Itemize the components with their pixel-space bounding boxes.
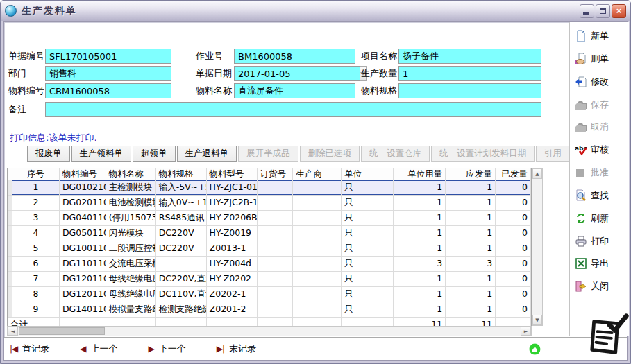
cell-model[interactable]: HY-Z0202: [207, 272, 258, 286]
material-spec-input[interactable]: [398, 83, 541, 98]
cell-manufacturer[interactable]: [293, 180, 342, 195]
cell-order-no[interactable]: [258, 302, 294, 317]
cell-issued-qty[interactable]: 0: [496, 287, 531, 302]
cell-unit[interactable]: 只: [342, 211, 394, 225]
last-record-button[interactable]: ▶|末记录: [217, 343, 256, 355]
cell-unit-usage[interactable]: 1: [394, 241, 446, 256]
scrap-order-button[interactable]: 报废单: [27, 146, 70, 162]
cell-manufacturer[interactable]: [293, 241, 342, 256]
sidebar-button-find[interactable]: 查找: [574, 187, 627, 205]
cell-spec[interactable]: RS485通讯，: [156, 211, 207, 225]
cell-material-name[interactable]: 母线绝缘电压: [106, 272, 156, 286]
cell-issued-qty[interactable]: 0: [496, 272, 531, 286]
cell-material-no[interactable]: DG1201100: [60, 272, 106, 286]
cell-manufacturer[interactable]: [293, 196, 342, 210]
cell-unit-usage[interactable]: 1: [394, 196, 446, 210]
doc-date-input[interactable]: [234, 66, 360, 81]
vertical-scrollbar[interactable]: ▲ ▼: [532, 168, 543, 326]
material-name-input[interactable]: [234, 83, 355, 98]
cell-manufacturer[interactable]: [293, 272, 342, 286]
cell-order-no[interactable]: [258, 241, 294, 256]
minimize-button[interactable]: [580, 4, 594, 18]
column-header-material-no[interactable]: 物料编号: [60, 168, 106, 180]
column-header-unit-usage[interactable]: 单位用量: [394, 168, 446, 180]
job-no-input[interactable]: [234, 49, 355, 64]
horizontal-scrollbar[interactable]: ◄ ►: [7, 326, 532, 336]
cell-due-qty[interactable]: 1: [446, 241, 496, 256]
cell-spec[interactable]: 输入-5V~+5V: [156, 180, 207, 195]
cell-due-qty[interactable]: 1: [446, 287, 496, 302]
cell-manufacturer[interactable]: [293, 211, 342, 225]
cell-order-no[interactable]: [258, 180, 294, 195]
cell-material-name[interactable]: 二段调压控制: [106, 241, 156, 256]
prod-qty-input[interactable]: [398, 66, 541, 81]
production-picking-button[interactable]: 生产领料单: [71, 146, 132, 162]
cell-model[interactable]: HY-ZJC2B-1: [207, 196, 258, 210]
close-button[interactable]: ×: [612, 4, 626, 18]
cell-order-no[interactable]: [258, 257, 294, 271]
cell-material-name[interactable]: 主检测模块: [106, 180, 156, 195]
department-input[interactable]: [45, 66, 171, 81]
column-header-issued-qty[interactable]: 已发量: [496, 168, 531, 180]
cell-material-name[interactable]: 闪光模块: [106, 226, 156, 241]
table-row[interactable]: 6DG1101100交流电压采样HY-Z004d只330: [8, 257, 531, 272]
cell-issued-qty[interactable]: 0: [496, 226, 531, 241]
cell-unit[interactable]: 只: [342, 287, 394, 302]
table-row[interactable]: 4DG0501100闪光模块DC220VHY-Z0019只110: [8, 226, 531, 241]
column-header-manufacturer[interactable]: 生产商: [293, 168, 342, 180]
cell-unit-usage[interactable]: 3: [394, 257, 446, 271]
cell-seq[interactable]: 2: [12, 196, 60, 210]
cell-due-qty[interactable]: 1: [446, 180, 496, 195]
column-header-model[interactable]: 物料型号: [207, 168, 258, 180]
table-row[interactable]: 2DG0201100电池检测模块输入0V~+16HY-ZJC2B-1只110: [8, 196, 531, 211]
cell-spec[interactable]: [156, 257, 207, 271]
column-header-material-name[interactable]: 物料名称: [106, 168, 156, 180]
cell-model[interactable]: HY-Z0019: [207, 226, 258, 241]
cell-model[interactable]: Z0202-1: [207, 287, 258, 302]
cell-issued-qty[interactable]: 0: [496, 196, 531, 210]
cell-unit[interactable]: 只: [342, 180, 394, 195]
cell-spec[interactable]: DC110V,直流: [156, 287, 207, 302]
cell-order-no[interactable]: [258, 196, 294, 210]
cell-unit-usage[interactable]: 1: [394, 272, 446, 286]
column-header-spec[interactable]: 物料规格: [156, 168, 207, 180]
cell-seq[interactable]: 6: [12, 257, 60, 271]
sidebar-button-export[interactable]: 导出: [574, 254, 627, 272]
cell-material-name[interactable]: 母线绝缘电压: [106, 287, 156, 302]
cell-manufacturer[interactable]: [293, 302, 342, 317]
cell-material-no[interactable]: DG0401100: [60, 211, 106, 225]
sidebar-button-delete-order[interactable]: 删单: [574, 50, 627, 68]
cell-manufacturer[interactable]: [293, 226, 342, 241]
cell-issued-qty[interactable]: 0: [496, 257, 531, 271]
doc-no-input[interactable]: [45, 49, 171, 64]
sidebar-button-modify[interactable]: 修改: [574, 73, 627, 91]
production-return-button[interactable]: 生产退料单: [177, 146, 237, 162]
cell-manufacturer[interactable]: [293, 257, 342, 271]
cell-unit[interactable]: 只: [342, 196, 394, 210]
cell-unit[interactable]: 只: [342, 226, 394, 241]
cell-material-no[interactable]: DG1001100: [60, 241, 106, 256]
cell-material-no[interactable]: DG1201100: [60, 287, 106, 302]
column-header-order-no[interactable]: 订货号: [258, 168, 294, 180]
cell-material-no[interactable]: DG1101100: [60, 257, 106, 271]
cell-seq[interactable]: 8: [12, 287, 60, 302]
project-name-input[interactable]: [398, 49, 541, 64]
cell-due-qty[interactable]: 3: [446, 257, 496, 271]
cell-seq[interactable]: 7: [12, 272, 60, 286]
cell-unit[interactable]: 只: [342, 257, 394, 271]
table-row[interactable]: 7DG1201100母线绝缘电压DC220V,直流HY-Z0202只110: [8, 272, 531, 287]
cell-material-no[interactable]: DG0201100: [60, 196, 106, 210]
cell-unit-usage[interactable]: 1: [394, 211, 446, 225]
cell-issued-qty[interactable]: 0: [496, 211, 531, 225]
cell-issued-qty[interactable]: 0: [496, 302, 531, 317]
sidebar-button-refresh[interactable]: 刷新: [574, 209, 627, 227]
cell-order-no[interactable]: [258, 287, 294, 302]
previous-button[interactable]: ◀上一个: [80, 343, 117, 355]
cell-manufacturer[interactable]: [293, 287, 342, 302]
cell-material-no[interactable]: DG1401100: [60, 302, 106, 317]
maximize-button[interactable]: [596, 4, 610, 18]
cell-spec[interactable]: 输入0V~+16: [156, 196, 207, 210]
table-row[interactable]: 3DG0401100(停用150731RS485通讯，HY-Z0206B-只11…: [8, 211, 531, 226]
cell-unit[interactable]: 只: [342, 272, 394, 286]
sidebar-button-close[interactable]: 关闭: [574, 277, 627, 295]
